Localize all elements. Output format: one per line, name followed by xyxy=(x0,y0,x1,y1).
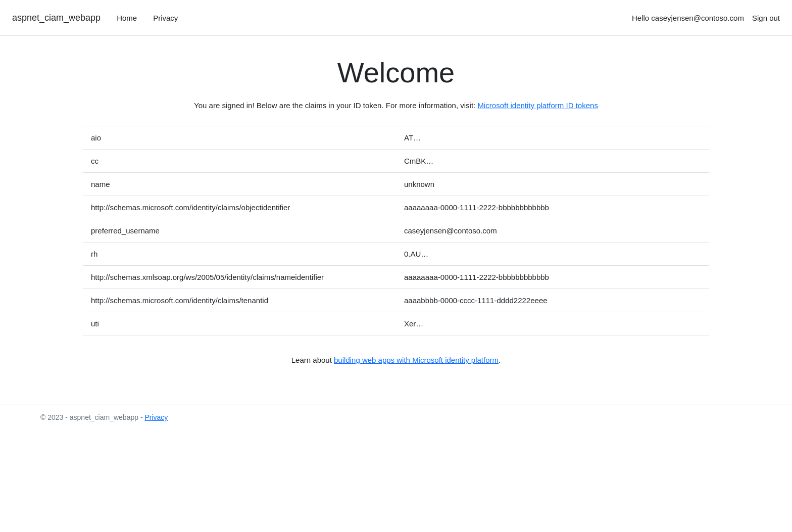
table-row: http://schemas.microsoft.com/identity/cl… xyxy=(83,196,709,219)
table-row: http://schemas.xmlsoap.org/ws/2005/05/id… xyxy=(83,266,709,289)
claim-value: aaaaaaaa-0000-1111-2222-bbbbbbbbbbbb xyxy=(396,196,709,219)
claim-key: name xyxy=(83,173,396,196)
welcome-subtitle: You are signed in! Below are the claims … xyxy=(83,101,709,110)
learn-text: Learn about building web apps with Micro… xyxy=(83,356,709,364)
footer-privacy-link[interactable]: Privacy xyxy=(144,413,168,421)
learn-before: Learn about xyxy=(291,356,334,364)
subtitle-text-before: You are signed in! Below are the claims … xyxy=(194,101,477,110)
claim-key: http://schemas.xmlsoap.org/ws/2005/05/id… xyxy=(83,266,396,289)
claim-value: Xer… xyxy=(396,312,709,335)
claim-value: caseyjensen@contoso.com xyxy=(396,219,709,243)
navbar: aspnet_ciam_webapp Home Privacy Hello ca… xyxy=(0,0,792,36)
table-row: rh0.AU… xyxy=(83,243,709,266)
claim-key: preferred_username xyxy=(83,219,396,243)
nav-hello-text: Hello caseyjensen@contoso.com xyxy=(632,14,744,22)
claim-key: http://schemas.microsoft.com/identity/cl… xyxy=(83,196,396,219)
nav-right: Hello caseyjensen@contoso.com Sign out xyxy=(632,14,780,22)
learn-after: . xyxy=(499,356,501,364)
claims-table: aioAT…ccCmBK…nameunknownhttp://schemas.m… xyxy=(83,126,709,335)
nav-brand[interactable]: aspnet_ciam_webapp xyxy=(12,13,101,23)
claim-value: aaaabbbb-0000-cccc-1111-dddd2222eeee xyxy=(396,289,709,312)
nav-privacy[interactable]: Privacy xyxy=(149,12,182,24)
table-row: preferred_usernamecaseyjensen@contoso.co… xyxy=(83,219,709,243)
table-row: ccCmBK… xyxy=(83,150,709,173)
claim-value: AT… xyxy=(396,126,709,150)
id-tokens-link[interactable]: Microsoft identity platform ID tokens xyxy=(477,101,598,110)
footer-copyright: © 2023 - aspnet_ciam_webapp - xyxy=(40,413,144,421)
claim-key: http://schemas.microsoft.com/identity/cl… xyxy=(83,289,396,312)
table-row: aioAT… xyxy=(83,126,709,150)
main-content: Welcome You are signed in! Below are the… xyxy=(42,36,750,405)
claim-value: unknown xyxy=(396,173,709,196)
nav-links: Home Privacy xyxy=(113,12,632,24)
claim-key: uti xyxy=(83,312,396,335)
claim-value: CmBK… xyxy=(396,150,709,173)
table-row: http://schemas.microsoft.com/identity/cl… xyxy=(83,289,709,312)
claim-key: aio xyxy=(83,126,396,150)
claim-key: cc xyxy=(83,150,396,173)
footer: © 2023 - aspnet_ciam_webapp - Privacy xyxy=(0,405,792,429)
table-row: nameunknown xyxy=(83,173,709,196)
signout-button[interactable]: Sign out xyxy=(752,14,780,22)
table-row: utiXer… xyxy=(83,312,709,335)
claim-key: rh xyxy=(83,243,396,266)
claim-value: 0.AU… xyxy=(396,243,709,266)
learn-link[interactable]: building web apps with Microsoft identit… xyxy=(334,356,499,364)
nav-home[interactable]: Home xyxy=(113,12,141,24)
claim-value: aaaaaaaa-0000-1111-2222-bbbbbbbbbbbb xyxy=(396,266,709,289)
page-title: Welcome xyxy=(83,56,709,89)
